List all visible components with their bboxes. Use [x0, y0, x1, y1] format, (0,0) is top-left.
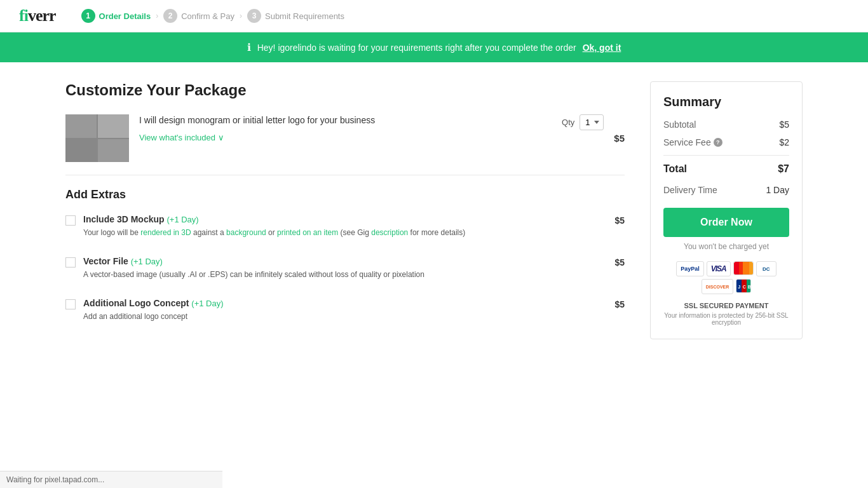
view-included-link[interactable]: View what's included ∨ — [139, 133, 224, 142]
step-1-num: 1 — [81, 9, 95, 23]
delivery-row: Delivery Time 1 Day — [663, 185, 789, 195]
qty-select[interactable]: 1 2 3 — [580, 114, 604, 130]
fiverr-logo[interactable]: fiverr — [19, 6, 56, 25]
service-fee-value: $2 — [779, 137, 789, 147]
extra-info-vector-file: Vector File (+1 Day) A vector-based imag… — [83, 256, 607, 280]
extra-day-badge-vector: (+1 Day) — [131, 257, 163, 266]
extra-item-vector-file: Vector File (+1 Day) A vector-based imag… — [65, 256, 625, 280]
header: fiverr 1 Order Details › 2 Confirm & Pay… — [0, 0, 868, 32]
extra-name-3d-mockup: Include 3D Mockup (+1 Day) — [83, 214, 607, 224]
total-label: Total — [663, 163, 687, 175]
ssl-sublabel: Your information is protected by 256-bit… — [663, 312, 789, 326]
step-1-label: Order Details — [99, 11, 151, 21]
breadcrumb: 1 Order Details › 2 Confirm & Pay › 3 Su… — [81, 9, 344, 23]
extra-desc-link-2[interactable]: background — [226, 228, 266, 237]
delivery-value: 1 Day — [766, 185, 789, 195]
notification-banner: ℹ Hey! igorelindo is waiting for your re… — [0, 32, 868, 62]
subtotal-label: Subtotal — [663, 119, 696, 130]
extra-price-3d-mockup: $5 — [614, 214, 625, 226]
extra-day-badge-logo: (+1 Day) — [191, 299, 223, 308]
banner-dismiss-link[interactable]: Ok, got it — [583, 43, 621, 53]
left-panel: Customize Your Package I will design mon… — [65, 81, 625, 340]
summary-panel: Summary Subtotal $5 Service Fee ? $2 Tot… — [650, 81, 803, 339]
step-2-num: 2 — [163, 9, 177, 23]
chevron-icon-1: › — [156, 11, 158, 20]
diners-icon: DC — [756, 261, 776, 276]
extra-name-logo-concept: Additional Logo Concept (+1 Day) — [83, 298, 607, 308]
extra-info-3d-mockup: Include 3D Mockup (+1 Day) Your logo wil… — [83, 214, 607, 238]
extra-price-logo-concept: $5 — [614, 298, 625, 309]
step-3-label: Submit Requirements — [265, 11, 344, 21]
payment-icons: PayPal VISA DC DISCOVER J C B — [663, 261, 789, 294]
extra-info-logo-concept: Additional Logo Concept (+1 Day) Add an … — [83, 298, 607, 322]
extra-checkbox-3d-mockup[interactable] — [65, 215, 76, 226]
product-row: I will design monogram or initial letter… — [65, 114, 625, 175]
extra-name-vector-file: Vector File (+1 Day) — [83, 256, 607, 266]
extra-price-vector-file: $5 — [614, 256, 625, 268]
extra-checkbox-logo-concept[interactable] — [65, 299, 76, 309]
extra-desc-3d-mockup: Your logo will be rendered in 3D against… — [83, 227, 607, 238]
step-2-label: Confirm & Pay — [181, 11, 234, 21]
mastercard-icon — [733, 261, 754, 275]
product-title: I will design monogram or initial letter… — [139, 114, 552, 127]
extra-desc-link-3[interactable]: printed on an item — [277, 228, 338, 237]
extra-item-logo-concept: Additional Logo Concept (+1 Day) Add an … — [65, 298, 625, 322]
qty-section: Qty 1 2 3 — [562, 114, 604, 130]
delivery-label: Delivery Time — [663, 185, 717, 195]
no-charge-text: You won't be charged yet — [663, 242, 789, 251]
visa-icon: VISA — [707, 261, 731, 276]
extras-title: Add Extras — [65, 188, 625, 201]
product-image — [65, 114, 129, 162]
extra-desc-link-4[interactable]: description — [371, 228, 408, 237]
summary-subtotal-row: Subtotal $5 — [663, 119, 789, 130]
extra-desc-logo-concept: Add an additional logo concept — [83, 311, 607, 322]
summary-divider — [663, 155, 789, 156]
summary-service-fee-row: Service Fee ? $2 — [663, 137, 789, 147]
page-title: Customize Your Package — [65, 81, 625, 99]
total-value: $7 — [778, 163, 789, 175]
subtotal-value: $5 — [779, 119, 789, 130]
qty-label: Qty — [562, 118, 574, 127]
chevron-icon-2: › — [240, 11, 242, 20]
extra-desc-vector-file: A vector-based image (usually .AI or .EP… — [83, 269, 607, 280]
banner-message: Hey! igorelindo is waiting for your requ… — [257, 43, 576, 53]
jcb-icon: J C B — [736, 279, 751, 293]
breadcrumb-step-2[interactable]: 2 Confirm & Pay — [163, 9, 234, 23]
extra-day-badge-3d: (+1 Day) — [166, 215, 198, 224]
summary-title: Summary — [663, 95, 789, 109]
summary-total-row: Total $7 — [663, 163, 789, 175]
step-3-num: 3 — [247, 9, 261, 23]
breadcrumb-step-1[interactable]: 1 Order Details — [81, 9, 151, 23]
info-icon: ℹ — [247, 41, 251, 53]
breadcrumb-step-3[interactable]: 3 Submit Requirements — [247, 9, 344, 23]
extra-checkbox-vector-file[interactable] — [65, 257, 76, 268]
product-price: $5 — [614, 133, 625, 144]
service-fee-label: Service Fee ? — [663, 137, 722, 147]
discover-icon: DISCOVER — [702, 279, 734, 294]
extra-desc-link-1[interactable]: rendered in 3D — [140, 228, 191, 237]
extra-item-3d-mockup: Include 3D Mockup (+1 Day) Your logo wil… — [65, 214, 625, 238]
main-container: Customize Your Package I will design mon… — [53, 62, 815, 359]
paypal-icon: PayPal — [676, 261, 704, 276]
extras-section: Add Extras Include 3D Mockup (+1 Day) Yo… — [65, 188, 625, 322]
right-panel: Summary Subtotal $5 Service Fee ? $2 Tot… — [650, 81, 803, 340]
ssl-label: SSL SECURED PAYMENT — [663, 302, 789, 309]
order-now-button[interactable]: Order Now — [663, 208, 789, 237]
service-fee-help-icon[interactable]: ? — [714, 138, 722, 147]
product-info: I will design monogram or initial letter… — [139, 114, 552, 142]
